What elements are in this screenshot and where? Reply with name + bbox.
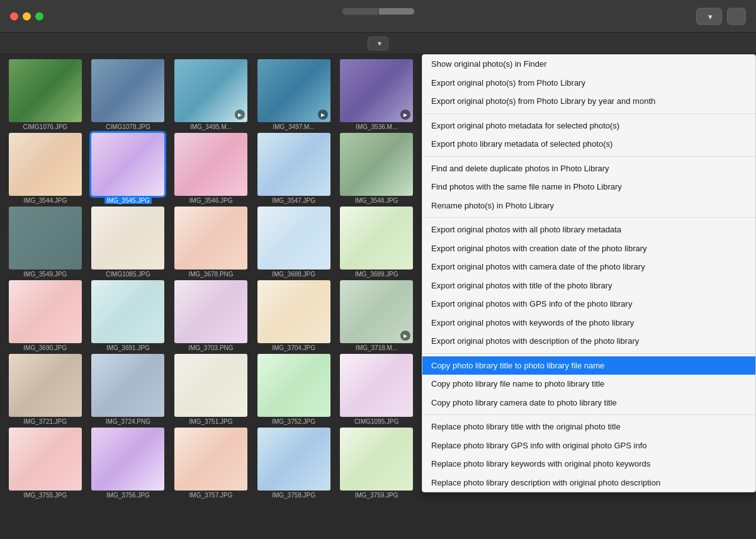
photo-filename: IMG_3689.JPG bbox=[355, 271, 398, 278]
list-item[interactable]: CIMG1078.JPG bbox=[88, 59, 169, 130]
list-item[interactable]: IMG_3690.JPG bbox=[5, 280, 86, 351]
photo-filename: IMG_3690.JPG bbox=[23, 344, 67, 351]
list-item[interactable]: IMG_3547.JPG bbox=[254, 133, 334, 204]
dropdown-item-copy-filename-to-title[interactable]: Copy photo library file name to photo li… bbox=[422, 375, 755, 394]
list-item[interactable]: IMG_3549.JPG bbox=[5, 207, 86, 278]
tab-photo-library[interactable] bbox=[378, 8, 415, 15]
list-item[interactable]: IMG_3545.JPG bbox=[88, 133, 169, 204]
main-content: CIMG1076.JPGCIMG1078.JPG▶IMG_3495.M...▶I… bbox=[0, 54, 756, 539]
list-item[interactable]: IMG_3688.JPG bbox=[254, 207, 334, 278]
photo-filename: IMG_3758.JPG bbox=[272, 492, 315, 499]
right-buttons: ▾ bbox=[696, 8, 746, 25]
photo-filename: IMG_3703.PNG bbox=[188, 344, 233, 351]
photo-filename: IMG_3757.JPG bbox=[189, 492, 233, 499]
list-item[interactable]: IMG_3704.JPG bbox=[254, 280, 334, 351]
close-button[interactable] bbox=[10, 12, 18, 20]
dropdown-item-export-metadata-selected[interactable]: Export original photo metadata for selec… bbox=[422, 116, 755, 135]
photo-filename: IMG_3549.JPG bbox=[23, 271, 67, 278]
dropdown-item-export-library-metadata[interactable]: Export photo library metadata of selecte… bbox=[422, 135, 755, 154]
list-item[interactable]: IMG_3752.JPG bbox=[254, 354, 334, 425]
photo-grid: CIMG1076.JPGCIMG1078.JPG▶IMG_3495.M...▶I… bbox=[0, 54, 422, 539]
dropdown-item-export-creation-date[interactable]: Export original photos with creation dat… bbox=[422, 239, 755, 258]
list-item[interactable]: CIMG1076.JPG bbox=[5, 59, 86, 130]
list-item[interactable]: IMG_3691.JPG bbox=[88, 280, 169, 351]
photo-filename: IMG_3724.PNG bbox=[106, 418, 150, 425]
title-bar: ▾ bbox=[0, 0, 756, 33]
tab-local-photo[interactable] bbox=[342, 8, 378, 15]
dropdown-item-export-original[interactable]: Export original photo(s) from Photo Libr… bbox=[422, 74, 755, 93]
list-item[interactable]: IMG_3751.JPG bbox=[171, 354, 251, 425]
maximize-button[interactable] bbox=[35, 12, 43, 20]
minimize-button[interactable] bbox=[23, 12, 31, 20]
photo-filename: IMG_3688.JPG bbox=[272, 271, 315, 278]
photo-filename: IMG_3536.M... bbox=[356, 123, 397, 130]
dropdown-item-export-description[interactable]: Export original photos with description … bbox=[422, 332, 755, 351]
photo-filename: IMG_3751.JPG bbox=[189, 418, 233, 425]
list-item[interactable]: IMG_3759.JPG bbox=[336, 428, 417, 499]
list-item[interactable]: CIMG1085.JPG bbox=[88, 207, 169, 278]
dropdown-item-rename-photos[interactable]: Rename photo(s) in Photo Library bbox=[422, 196, 755, 215]
list-item[interactable]: CIMG1095.JPG bbox=[336, 354, 417, 425]
right-panel: Show original photo(s) in FinderExport o… bbox=[422, 54, 756, 539]
dropdown-item-find-delete-duplicates[interactable]: Find and delete duplicate photos in Phot… bbox=[422, 159, 755, 178]
dropdown-item-copy-camera-date-to-title[interactable]: Copy photo library camera date to photo … bbox=[422, 394, 755, 412]
dropdown-item-replace-gps-with-original[interactable]: Replace photo library GPS info with orig… bbox=[422, 436, 755, 455]
list-item[interactable]: IMG_3544.JPG bbox=[5, 133, 86, 204]
chevron-down-icon: ▾ bbox=[378, 39, 381, 48]
list-item[interactable]: ▶IMG_3497.M... bbox=[254, 59, 334, 130]
list-item[interactable]: ▶IMG_3495.M... bbox=[171, 59, 251, 130]
tab-group bbox=[342, 8, 415, 15]
photo-filename: IMG_3721.JPG bbox=[23, 418, 67, 425]
showing-filter[interactable]: ▾ bbox=[368, 37, 388, 50]
list-item[interactable]: IMG_3546.JPG bbox=[171, 133, 251, 204]
list-item[interactable]: IMG_3703.PNG bbox=[171, 280, 251, 351]
list-item[interactable]: IMG_3758.JPG bbox=[254, 428, 334, 499]
dropdown-item-show-in-finder[interactable]: Show original photo(s) in Finder bbox=[422, 55, 755, 74]
list-item[interactable]: IMG_3678.PNG bbox=[171, 207, 251, 278]
dropdown-item-replace-keywords-with-original[interactable]: Replace photo library keywords with orig… bbox=[422, 455, 755, 474]
dropdown-item-export-gps[interactable]: Export original photos with GPS info of … bbox=[422, 295, 755, 314]
dropdown-separator bbox=[422, 353, 755, 354]
list-item[interactable]: IMG_3756.JPG bbox=[88, 428, 169, 499]
dropdown-item-export-all-metadata[interactable]: Export original photos with all photo li… bbox=[422, 220, 755, 239]
edit-exif-button[interactable] bbox=[727, 8, 746, 25]
photo-filename: IMG_3546.JPG bbox=[189, 197, 233, 204]
quick-action-button[interactable]: ▾ bbox=[696, 8, 722, 25]
list-item[interactable]: IMG_3755.JPG bbox=[5, 428, 86, 499]
toolbar-row: ▾ bbox=[0, 33, 756, 54]
dropdown-arrow-icon: ▾ bbox=[708, 11, 713, 21]
photo-filename: IMG_3678.PNG bbox=[188, 271, 233, 278]
list-item[interactable]: IMG_3757.JPG bbox=[171, 428, 251, 499]
photo-filename: IMG_3497.M... bbox=[273, 123, 315, 130]
photo-filename: IMG_3495.M... bbox=[190, 123, 232, 130]
traffic-lights bbox=[10, 12, 43, 20]
list-item[interactable]: IMG_3724.PNG bbox=[88, 354, 169, 425]
photo-filename: IMG_3544.JPG bbox=[23, 197, 67, 204]
dropdown-item-copy-title-to-filename[interactable]: Copy photo library title to photo librar… bbox=[422, 356, 755, 375]
quick-action-dropdown: Show original photo(s) in FinderExport o… bbox=[422, 54, 756, 492]
dropdown-item-export-title[interactable]: Export original photos with title of the… bbox=[422, 276, 755, 295]
play-icon: ▶ bbox=[400, 110, 410, 120]
photo-filename: IMG_3691.JPG bbox=[106, 344, 150, 351]
list-item[interactable]: IMG_3689.JPG bbox=[336, 207, 417, 278]
list-item[interactable]: ▶IMG_3718.M... bbox=[336, 280, 417, 351]
dropdown-item-export-camera-date[interactable]: Export original photos with camera date … bbox=[422, 258, 755, 276]
dropdown-item-export-keywords[interactable]: Export original photos with keywords of … bbox=[422, 314, 755, 332]
photo-filename: CIMG1078.JPG bbox=[106, 123, 150, 130]
photo-filename: IMG_3759.JPG bbox=[355, 492, 398, 499]
list-item[interactable]: IMG_3721.JPG bbox=[5, 354, 86, 425]
dropdown-separator bbox=[422, 414, 755, 415]
dropdown-separator bbox=[422, 113, 755, 114]
photo-filename: IMG_3752.JPG bbox=[272, 418, 315, 425]
photo-filename: CIMG1076.JPG bbox=[23, 123, 68, 130]
dropdown-item-find-same-filename[interactable]: Find photos with the same file name in P… bbox=[422, 178, 755, 196]
list-item[interactable]: ▶IMG_3536.M... bbox=[336, 59, 417, 130]
dropdown-item-replace-title-with-original[interactable]: Replace photo library title with the ori… bbox=[422, 417, 755, 436]
dropdown-item-replace-desc-with-original[interactable]: Replace photo library description with o… bbox=[422, 474, 755, 492]
dropdown-item-export-by-year[interactable]: Export original photo(s) from Photo Libr… bbox=[422, 92, 755, 111]
photo-filename: IMG_3547.JPG bbox=[272, 197, 315, 204]
list-item[interactable]: IMG_3548.JPG bbox=[336, 133, 417, 204]
photo-filename: IMG_3704.JPG bbox=[272, 344, 315, 351]
dropdown-separator bbox=[422, 217, 755, 218]
photo-filename: IMG_3718.M... bbox=[356, 344, 397, 351]
